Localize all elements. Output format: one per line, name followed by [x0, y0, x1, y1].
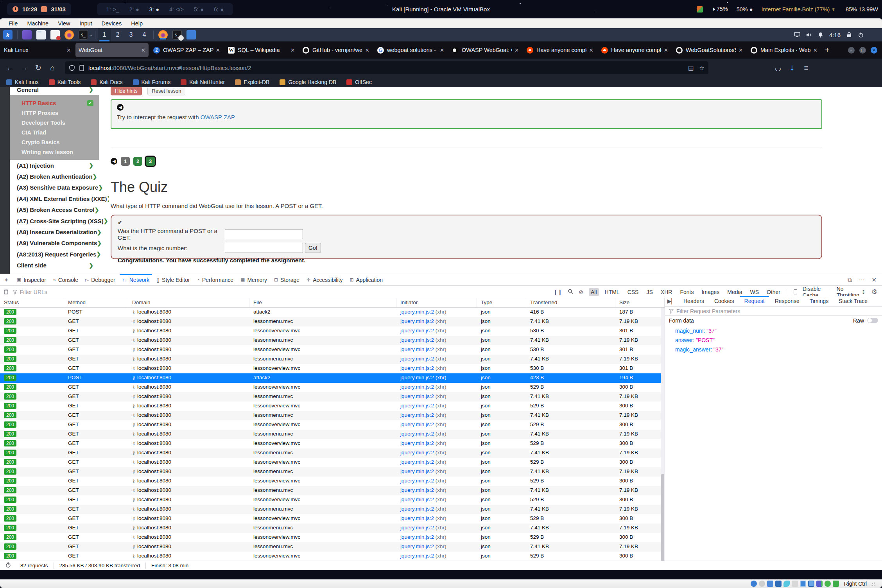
new-tab-button[interactable]: +	[821, 46, 833, 55]
network-request-row[interactable]: 200GET⚷localhost:8080lessonmenu.mvcjquer…	[0, 523, 665, 533]
initiator-link[interactable]: jquery.min.js:2	[400, 440, 434, 446]
bookmark-item[interactable]: Exploit-DB	[235, 79, 269, 85]
vm-usb-icon[interactable]	[783, 581, 790, 587]
q1-answer-input[interactable]	[225, 229, 303, 239]
network-request-row[interactable]: 200GET⚷localhost:8080lessonmenu.mvcjquer…	[0, 336, 665, 345]
terminal-window-button[interactable]: $_ 3	[172, 30, 182, 39]
type-filter-fonts[interactable]: Fonts	[678, 288, 696, 296]
network-settings-gear-icon[interactable]: ⚙	[871, 288, 877, 296]
raw-toggle-switch[interactable]	[867, 318, 878, 323]
network-request-row[interactable]: 200GET⚷localhost:8080lessonmenu.mvcjquer…	[0, 411, 665, 420]
url-text[interactable]: localhost:8080/WebGoat/start.mvc#lesson/…	[88, 65, 683, 71]
lock-icon[interactable]	[846, 32, 852, 38]
window-maximize-button[interactable]: ▢	[859, 47, 866, 54]
sidebar-lesson-item[interactable]: Writing new lesson	[10, 147, 99, 157]
vbox-menu-devices[interactable]: Devices	[97, 19, 127, 28]
browser-tab[interactable]: Kali Linux✕	[1, 43, 74, 57]
network-request-row[interactable]: 200GET⚷localhost:8080lessonmenu.mvcjquer…	[0, 505, 665, 514]
type-filter-html[interactable]: HTML	[603, 288, 622, 296]
notification-bell-icon[interactable]	[817, 32, 824, 38]
initiator-link[interactable]: jquery.min.js:2	[400, 365, 434, 371]
devtools-tab-performance[interactable]: ◔Performance	[194, 274, 237, 285]
resize-grip[interactable]	[870, 581, 875, 586]
folder-window-button[interactable]	[186, 30, 196, 39]
type-filter-css[interactable]: CSS	[626, 288, 641, 296]
text-editor-icon[interactable]	[50, 30, 60, 39]
vm-recording-icon[interactable]	[808, 581, 814, 587]
block-icon[interactable]: ⊘	[579, 289, 583, 295]
sidebar-category-item[interactable]: (A3) Sensitive Data Exposure❯	[10, 182, 99, 193]
page-button-1[interactable]: 1	[121, 157, 130, 166]
tab-close-icon[interactable]: ✕	[514, 47, 519, 53]
taskbar-workspace-2[interactable]: 2	[111, 28, 124, 41]
type-filter-js[interactable]: JS	[644, 288, 654, 296]
initiator-link[interactable]: jquery.min.js:2	[400, 459, 434, 465]
sidebar-category-item[interactable]: (A1) Injection❯	[10, 160, 99, 171]
type-filter-ws[interactable]: WS	[748, 288, 761, 296]
window-close-button[interactable]: ✕	[871, 47, 877, 54]
tab-close-icon[interactable]: ✕	[66, 47, 71, 53]
network-request-row[interactable]: 200GET⚷localhost:8080lessonmenu.mvcjquer…	[0, 448, 665, 458]
vm-mouse-integration-icon[interactable]	[825, 581, 831, 587]
initiator-link[interactable]: jquery.min.js:2	[400, 450, 434, 455]
initiator-link[interactable]: jquery.min.js:2	[400, 412, 434, 418]
tab-close-icon[interactable]: ✕	[365, 47, 369, 53]
initiator-link[interactable]: jquery.min.js:2	[400, 431, 434, 437]
vm-network-icon[interactable]	[775, 581, 782, 587]
vbox-menu-help[interactable]: Help	[126, 19, 147, 28]
initiator-link[interactable]: jquery.min.js:2	[400, 393, 434, 399]
filter-request-parameters-input[interactable]: Filter Request Parameters	[665, 307, 882, 316]
network-request-row[interactable]: 200GET⚷localhost:8080lessonoverview.mvcj…	[0, 533, 665, 542]
column-header-file[interactable]: File	[249, 298, 396, 307]
initiator-link[interactable]: jquery.min.js:2	[400, 318, 434, 324]
vm-sharedfolders-icon[interactable]	[792, 581, 798, 587]
responsive-design-icon[interactable]: ⧉	[848, 276, 852, 283]
details-tab-headers[interactable]: Headers	[678, 296, 709, 306]
scrollbar-thumb[interactable]	[661, 474, 664, 568]
taskbar-clock[interactable]: 4:16	[829, 32, 841, 38]
initiator-link[interactable]: jquery.min.js:2	[400, 356, 434, 362]
browser-tab[interactable]: Gwebgoat solutions -✕	[374, 43, 447, 57]
network-request-row[interactable]: 200GET⚷localhost:8080lessonmenu.mvcjquer…	[0, 486, 665, 495]
sidebar-item-general[interactable]: General ❯	[10, 87, 99, 95]
browser-tab[interactable]: Have anyone comple✕	[598, 43, 671, 57]
bookmark-item[interactable]: Kali Linux	[6, 79, 39, 85]
collapse-panel-icon[interactable]: ▶▏	[665, 296, 678, 306]
bookmark-item[interactable]: OffSec	[346, 79, 372, 85]
tab-close-icon[interactable]: ✕	[290, 47, 295, 53]
network-request-row[interactable]: 200GET⚷localhost:8080lessonoverview.mvcj…	[0, 345, 665, 355]
tab-close-icon[interactable]: ✕	[813, 47, 817, 53]
initiator-link[interactable]: jquery.min.js:2	[400, 375, 434, 380]
network-request-row[interactable]: 200POST⚷localhost:8080attack2jquery.min.…	[0, 308, 665, 317]
network-request-row[interactable]: 200GET⚷localhost:8080lessonoverview.mvcj…	[0, 364, 665, 373]
sidebar-category-item[interactable]: (A2) Broken Authentication❯	[10, 171, 99, 182]
initiator-link[interactable]: jquery.min.js:2	[400, 497, 434, 502]
sidebar-lesson-item[interactable]: CIA Triad	[10, 127, 99, 137]
reader-mode-icon[interactable]: ▤	[688, 65, 694, 72]
type-filter-xhr[interactable]: XHR	[659, 288, 674, 296]
sidebar-category-item[interactable]: Challenges❯	[10, 271, 99, 274]
sidebar-category-item[interactable]: (A5) Broken Access Control❯	[10, 204, 99, 215]
network-request-row[interactable]: 200GET⚷localhost:8080lessonmenu.mvcjquer…	[0, 467, 665, 477]
sidebar-category-item[interactable]: (A4) XML External Entities (XXE)❯	[10, 193, 99, 204]
vm-harddisk-icon[interactable]	[751, 581, 757, 587]
browser-tab[interactable]: Have anyone comple✕	[523, 43, 597, 57]
network-request-row[interactable]: 200GET⚷localhost:8080lessonoverview.mvcj…	[0, 439, 665, 448]
network-request-row[interactable]: 200GET⚷localhost:8080lessonoverview.mvcj…	[0, 326, 665, 336]
network-request-row[interactable]: 200GET⚷localhost:8080lessonoverview.mvcj…	[0, 495, 665, 505]
column-header-domain[interactable]: Domain	[128, 298, 249, 307]
column-header-initiator[interactable]: Initiator	[396, 298, 477, 307]
bookmark-item[interactable]: Kali Docs	[91, 79, 122, 85]
form-data-section-header[interactable]: Form data Raw	[665, 316, 882, 325]
initiator-link[interactable]: jquery.min.js:2	[400, 525, 434, 531]
initiator-link[interactable]: jquery.min.js:2	[400, 421, 434, 427]
initiator-link[interactable]: jquery.min.js:2	[400, 337, 434, 343]
network-request-row[interactable]: 200GET⚷localhost:8080lessonmenu.mvcjquer…	[0, 355, 665, 364]
bookmark-item[interactable]: Google Hacking DB	[280, 79, 336, 85]
browser-tab[interactable]: GitHub - vernjan/we✕	[299, 43, 373, 57]
network-request-row[interactable]: 200GET⚷localhost:8080lessonoverview.mvcj…	[0, 458, 665, 467]
details-tab-cookies[interactable]: Cookies	[709, 296, 739, 306]
vbox-menu-view[interactable]: View	[53, 19, 75, 28]
go-button[interactable]: Go!	[305, 243, 321, 253]
bookmark-item[interactable]: Kali Forums	[133, 79, 171, 85]
